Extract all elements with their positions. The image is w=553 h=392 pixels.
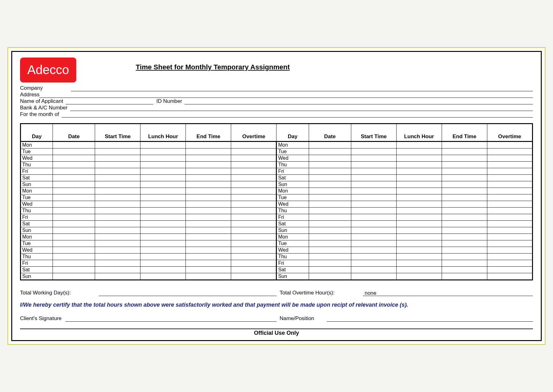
- data-cell[interactable]: [487, 168, 532, 174]
- data-cell[interactable]: [442, 141, 487, 148]
- data-cell[interactable]: [396, 266, 442, 273]
- data-cell[interactable]: [140, 174, 186, 181]
- data-cell[interactable]: [53, 207, 95, 214]
- data-cell[interactable]: [396, 188, 442, 194]
- month-field[interactable]: [62, 112, 533, 118]
- data-cell[interactable]: [95, 155, 140, 161]
- data-cell[interactable]: [95, 201, 140, 207]
- data-cell[interactable]: [487, 214, 532, 220]
- data-cell[interactable]: [186, 214, 231, 220]
- data-cell[interactable]: [186, 155, 231, 161]
- data-cell[interactable]: [442, 253, 487, 260]
- data-cell[interactable]: [309, 174, 351, 181]
- data-cell[interactable]: [442, 247, 487, 253]
- data-cell[interactable]: [396, 253, 442, 260]
- data-cell[interactable]: [186, 266, 231, 273]
- data-cell[interactable]: [396, 247, 442, 253]
- data-cell[interactable]: [351, 247, 396, 253]
- data-cell[interactable]: [53, 273, 95, 280]
- data-cell[interactable]: [186, 247, 231, 253]
- data-cell[interactable]: [95, 141, 140, 148]
- data-cell[interactable]: [95, 214, 140, 220]
- data-cell[interactable]: [53, 253, 95, 260]
- data-cell[interactable]: [186, 273, 231, 280]
- data-cell[interactable]: [487, 207, 532, 214]
- data-cell[interactable]: [487, 188, 532, 194]
- data-cell[interactable]: [487, 148, 532, 155]
- data-cell[interactable]: [231, 201, 276, 207]
- data-cell[interactable]: [351, 148, 396, 155]
- data-cell[interactable]: [140, 227, 186, 234]
- data-cell[interactable]: [186, 260, 231, 266]
- data-cell[interactable]: [140, 141, 186, 148]
- name-position-field[interactable]: [327, 316, 533, 322]
- data-cell[interactable]: [309, 247, 351, 253]
- data-cell[interactable]: [186, 234, 231, 240]
- data-cell[interactable]: [351, 266, 396, 273]
- data-cell[interactable]: [95, 148, 140, 155]
- data-cell[interactable]: [186, 227, 231, 234]
- data-cell[interactable]: [442, 155, 487, 161]
- data-cell[interactable]: [351, 141, 396, 148]
- data-cell[interactable]: [351, 201, 396, 207]
- data-cell[interactable]: [396, 155, 442, 161]
- data-cell[interactable]: [442, 174, 487, 181]
- data-cell[interactable]: [351, 240, 396, 247]
- data-cell[interactable]: [309, 148, 351, 155]
- data-cell[interactable]: [442, 220, 487, 227]
- data-cell[interactable]: [351, 234, 396, 240]
- bank-field[interactable]: [70, 105, 533, 111]
- data-cell[interactable]: [186, 194, 231, 201]
- data-cell[interactable]: [140, 260, 186, 266]
- data-cell[interactable]: [140, 214, 186, 220]
- data-cell[interactable]: [140, 207, 186, 214]
- data-cell[interactable]: [95, 234, 140, 240]
- data-cell[interactable]: [53, 155, 95, 161]
- data-cell[interactable]: [140, 253, 186, 260]
- data-cell[interactable]: [186, 220, 231, 227]
- data-cell[interactable]: [231, 240, 276, 247]
- data-cell[interactable]: [442, 227, 487, 234]
- data-cell[interactable]: [231, 141, 276, 148]
- data-cell[interactable]: [95, 240, 140, 247]
- data-cell[interactable]: [186, 168, 231, 174]
- data-cell[interactable]: [140, 161, 186, 168]
- data-cell[interactable]: [442, 168, 487, 174]
- data-cell[interactable]: [487, 227, 532, 234]
- data-cell[interactable]: [396, 234, 442, 240]
- data-cell[interactable]: [396, 141, 442, 148]
- data-cell[interactable]: [309, 155, 351, 161]
- data-cell[interactable]: [309, 234, 351, 240]
- data-cell[interactable]: [186, 240, 231, 247]
- data-cell[interactable]: [396, 201, 442, 207]
- data-cell[interactable]: [95, 220, 140, 227]
- data-cell[interactable]: [487, 161, 532, 168]
- data-cell[interactable]: [351, 194, 396, 201]
- data-cell[interactable]: [231, 194, 276, 201]
- data-cell[interactable]: [53, 214, 95, 220]
- data-cell[interactable]: [53, 234, 95, 240]
- data-cell[interactable]: [442, 273, 487, 280]
- data-cell[interactable]: [487, 194, 532, 201]
- data-cell[interactable]: [442, 188, 487, 194]
- data-cell[interactable]: [309, 207, 351, 214]
- data-cell[interactable]: [231, 260, 276, 266]
- data-cell[interactable]: [487, 260, 532, 266]
- data-cell[interactable]: [309, 253, 351, 260]
- data-cell[interactable]: [351, 188, 396, 194]
- data-cell[interactable]: [186, 188, 231, 194]
- data-cell[interactable]: [53, 240, 95, 247]
- total-working-days-field[interactable]: [99, 290, 276, 296]
- data-cell[interactable]: [186, 161, 231, 168]
- data-cell[interactable]: [351, 253, 396, 260]
- address-field[interactable]: [39, 92, 533, 98]
- data-cell[interactable]: [487, 240, 532, 247]
- data-cell[interactable]: [487, 247, 532, 253]
- data-cell[interactable]: [396, 227, 442, 234]
- data-cell[interactable]: [95, 194, 140, 201]
- data-cell[interactable]: [487, 253, 532, 260]
- data-cell[interactable]: [95, 174, 140, 181]
- data-cell[interactable]: [231, 266, 276, 273]
- data-cell[interactable]: [309, 168, 351, 174]
- data-cell[interactable]: [186, 148, 231, 155]
